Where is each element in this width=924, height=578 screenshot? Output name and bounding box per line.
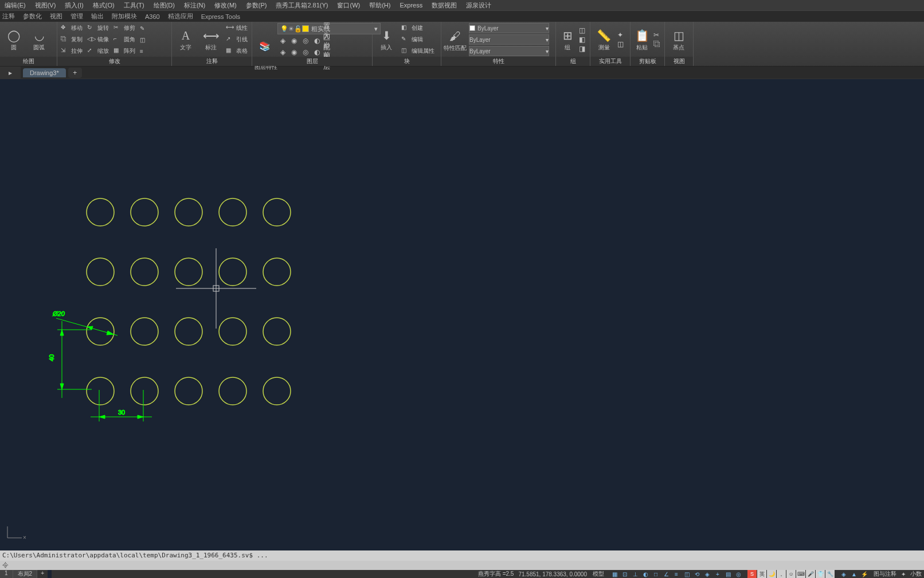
group-tool-1[interactable]: ◫ [579,26,588,34]
lineweight-toggle[interactable]: ≡ [672,570,681,578]
menu-modify[interactable]: 修改(M) [214,1,237,10]
array-button[interactable]: ▦阵列 [112,46,136,56]
model-button[interactable]: 模型 [592,570,605,578]
osnap-toggle[interactable]: □ [651,570,660,578]
edit-block-button[interactable]: ✎编辑 [400,34,436,45]
tab-featured[interactable]: 精选应用 [168,12,193,21]
stretch-button[interactable]: ⇲拉伸 [60,46,84,56]
start-button[interactable]: ▸ [0,67,21,79]
menu-yanxiu[interactable]: 燕秀工具箱2.81(Y) [276,1,328,10]
3dosnap-toggle[interactable]: ◈ [703,570,712,578]
leader-button[interactable]: ↗引线 [225,34,249,45]
ime-emoji-icon[interactable]: ☺ [786,570,796,578]
ime-sogou-icon[interactable]: S [747,570,757,578]
workspace-switch[interactable]: ✦ [901,571,906,577]
text-button[interactable]: A 文字 [174,23,197,56]
menu-view[interactable]: 视图(V) [35,1,56,10]
modify-tool-3[interactable]: ≡ [139,46,149,56]
menu-yuanquan[interactable]: 源泉设计 [466,1,491,10]
menu-edit[interactable]: 编辑(E) [5,1,26,10]
layer-tool-3[interactable]: ◎ [300,36,311,46]
units-status[interactable]: 小数 [910,570,922,578]
menu-dataview[interactable]: 数据视图 [432,1,457,10]
layer-props-button[interactable]: 📚 [255,34,275,57]
dimension-button[interactable]: ⟷ 标注 [199,23,222,56]
util-tool-2[interactable]: ◫ [617,40,628,48]
modify-tool-2[interactable]: ◫ [139,34,149,45]
iso-toggle[interactable]: ◈ [839,570,848,578]
menu-format[interactable]: 格式(O) [93,1,115,10]
group-tool-3[interactable]: ◨ [579,45,588,53]
ime-toolbox-icon[interactable]: 🔧 [825,570,835,578]
grid-toggle[interactable]: ▦ [610,570,619,578]
layer-tool-9[interactable]: ◐ [312,47,322,57]
annotation-scale[interactable]: 图与注释 [874,570,896,578]
layout-tab-1[interactable]: 1 [0,570,13,578]
tab-parametric[interactable]: 参数化 [23,12,42,21]
ortho-toggle[interactable]: ⊥ [631,570,640,578]
copy-clip-button[interactable]: ⿻ [653,40,662,48]
layer-tool-6[interactable]: ◈ [277,47,288,57]
tab-express[interactable]: Express Tools [201,13,240,20]
file-tab-drawing3[interactable]: Drawing3* [23,68,66,77]
rotate-button[interactable]: ↻旋转 [86,23,110,33]
modify-tool-1[interactable]: ✎ [139,23,149,33]
lineweight-select[interactable]: ByLayer▾ [469,34,549,45]
group-button[interactable]: ⊞ 组 [558,23,577,56]
menu-express[interactable]: Express [400,2,422,9]
menu-dimension[interactable]: 标注(N) [184,1,205,10]
menu-help[interactable]: 帮助(H) [369,1,390,10]
copy-button[interactable]: ⿻复制 [60,34,84,45]
ime-lang[interactable]: 英 [757,570,766,578]
ime-moon-icon[interactable]: 🌙 [767,570,776,578]
ime-punct[interactable]: , [777,570,786,578]
fillet-button[interactable]: ⌐圆角 [112,34,136,45]
edit-attr-button[interactable]: ◫编辑属性 [400,46,436,56]
drawing-canvas[interactable]: 30 40 Ø20 [0,80,924,550]
trim-button[interactable]: ✂修剪 [112,23,136,33]
menu-window[interactable]: 窗口(W) [337,1,360,10]
file-tab-add[interactable]: + [68,68,82,78]
command-input[interactable]: 令 [0,561,924,570]
layer-tool-4[interactable]: ◐ [312,36,322,46]
layer-tool-1[interactable]: ◈ [277,36,288,46]
ann-toggle[interactable]: ▲ [849,570,859,578]
tab-annotate[interactable]: 注释 [2,12,15,21]
move-button[interactable]: ✥移动 [60,23,84,33]
layer-tool-2[interactable]: ◉ [289,36,299,46]
transparency-toggle[interactable]: ◫ [682,570,691,578]
paste-button[interactable]: 📋 粘贴 [633,23,651,56]
tab-manage[interactable]: 管理 [71,12,83,21]
tab-output[interactable]: 输出 [91,12,104,21]
arc-button[interactable]: ◡ 圆弧 [28,23,50,56]
linear-button[interactable]: ⟷线性 [225,23,249,33]
layer-tool-8[interactable]: ◎ [300,47,311,57]
cycle-toggle[interactable]: ⟲ [692,570,702,578]
menu-tools[interactable]: 工具(T) [124,1,144,10]
menu-insert[interactable]: 插入(I) [65,1,83,10]
tab-a360[interactable]: A360 [145,13,160,20]
circle-button[interactable]: ◯ 圆 [2,23,25,56]
group-tool-2[interactable]: ◧ [579,36,588,44]
tab-addins[interactable]: 附加模块 [112,12,137,21]
ime-keyboard-icon[interactable]: ⌨ [796,570,805,578]
insert-button[interactable]: ⬇ 插入 [375,23,398,56]
ime-skin-icon[interactable]: 👕 [816,570,825,578]
table-button[interactable]: ▦表格 [225,46,249,56]
menu-draw[interactable]: 绘图(D) [154,1,175,10]
util-tool-1[interactable]: ✦ [617,31,628,39]
measure-button[interactable]: 📏 测量 [593,23,615,56]
linetype-select[interactable]: ByLayer▾ [469,46,549,56]
qp-toggle[interactable]: ▤ [723,570,733,578]
cut-button[interactable]: ✂ [653,31,662,39]
polar-toggle[interactable]: ◐ [641,570,650,578]
basepoint-button[interactable]: ◫ 基点 [667,23,690,56]
menu-parametric[interactable]: 参数(P) [246,1,267,10]
layout-tab-add[interactable]: + [37,570,48,578]
snap-toggle[interactable]: ⊡ [620,570,629,578]
ann-vis-toggle[interactable]: ⚡ [860,570,869,578]
color-select[interactable]: ByLayer▾ [469,23,549,33]
dyn-toggle[interactable]: + [713,570,722,578]
layer-tool-7[interactable]: ◉ [289,47,299,57]
match-props-button[interactable]: 🖌 特性匹配 [444,24,467,57]
